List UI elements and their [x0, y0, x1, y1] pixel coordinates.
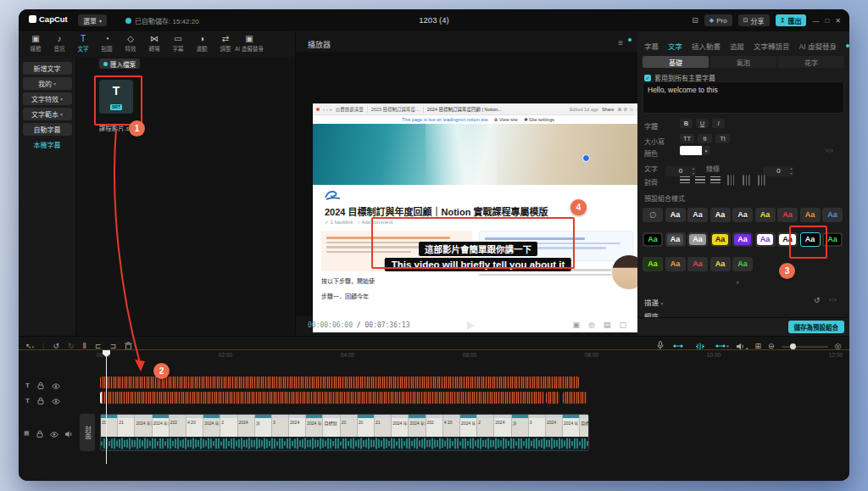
- subtitle-text-input[interactable]: Hello, welcome to this: [643, 81, 844, 114]
- toolbar-item-媒體[interactable]: ▣媒體: [24, 34, 47, 53]
- titlecase-button[interactable]: Tt: [715, 134, 730, 143]
- toolbar-item-調整[interactable]: ⇄調整: [214, 34, 237, 53]
- save-preset-button[interactable]: 儲存為預設組合: [788, 321, 845, 333]
- inspector-tab-追蹤[interactable]: 追蹤: [730, 41, 744, 51]
- line-spacing-stepper[interactable]: 0▴▾: [763, 166, 793, 176]
- layout-icon[interactable]: ⊟: [692, 16, 698, 25]
- preset-style-1[interactable]: ∅: [643, 208, 663, 222]
- preset-style-17[interactable]: Aa: [800, 232, 821, 247]
- eye-icon[interactable]: [52, 393, 60, 408]
- inspector-tab-插入動畫[interactable]: 插入動畫: [692, 41, 721, 51]
- mirror-preview-icon[interactable]: ◎: [588, 321, 595, 329]
- preset-style-5[interactable]: Aa: [732, 208, 753, 222]
- preset-style-7[interactable]: Aa: [777, 208, 798, 222]
- subtitle-clip-track1[interactable]: [100, 377, 579, 388]
- sidebar-item-文字特效[interactable]: 文字特效▾: [23, 92, 72, 105]
- toolbar-item-音訊[interactable]: ♪音訊: [47, 34, 71, 53]
- preset-style-21[interactable]: Aa: [687, 257, 708, 271]
- pro-badge[interactable]: ◆Pro: [704, 14, 732, 26]
- inspector-tab-文字[interactable]: 文字: [668, 41, 682, 51]
- inspector-tab-字幕[interactable]: 字幕: [644, 41, 659, 51]
- preset-style-3[interactable]: Aa: [687, 208, 708, 222]
- collapse-chevron-icon[interactable]: ∧: [736, 279, 739, 285]
- preset-style-18[interactable]: Aa: [822, 232, 843, 247]
- lock-icon[interactable]: [37, 377, 44, 393]
- eye-icon[interactable]: [52, 377, 60, 393]
- slider-knob[interactable]: [790, 343, 796, 349]
- text-spacing-stepper[interactable]: 0▴▾: [665, 166, 696, 176]
- preset-style-10[interactable]: Aa: [643, 232, 663, 247]
- keyframe-control[interactable]: ‹○›: [829, 297, 837, 303]
- speaker-icon[interactable]: [65, 426, 74, 441]
- play-button[interactable]: [467, 321, 475, 330]
- toolbar-item-文字[interactable]: T文字: [71, 34, 95, 53]
- subtab-花字[interactable]: 花字: [778, 56, 844, 68]
- toolbar-item-濾鏡[interactable]: ◑濾鏡: [190, 34, 214, 53]
- sidebar-item-本機字幕[interactable]: 本機字幕: [23, 138, 72, 151]
- player-viewport[interactable]: ‹ › + 公費旅遊清單 2023 目標制訂與年度... 2024 目標制訂與年…: [296, 52, 638, 316]
- eye-icon[interactable]: [50, 426, 58, 441]
- preset-style-23[interactable]: Aa: [732, 257, 753, 271]
- align-top-icon[interactable]: [727, 176, 735, 186]
- sidebar-item-我的[interactable]: 我的▾: [23, 77, 72, 90]
- share-button[interactable]: ⊡分享: [738, 14, 770, 26]
- menu-button[interactable]: 選單▾: [78, 14, 107, 26]
- ratio-icon[interactable]: ▤: [604, 321, 611, 329]
- keyframe-control[interactable]: ‹○›: [826, 148, 833, 153]
- preset-style-14[interactable]: Aa: [732, 232, 753, 247]
- stroke-section[interactable]: 描邊 ▾: [644, 297, 663, 307]
- checkbox-checked-icon[interactable]: ✓: [644, 75, 651, 81]
- lowercase-button[interactable]: tt: [698, 134, 712, 143]
- export-button[interactable]: ↥匯出: [776, 14, 807, 26]
- close-button[interactable]: ✕: [835, 17, 841, 25]
- cover-button[interactable]: 封面: [80, 414, 95, 451]
- preset-style-16[interactable]: Aa: [777, 232, 798, 247]
- color-picker[interactable]: ▾: [680, 146, 710, 155]
- toolbar-item-字幕[interactable]: ▭字幕: [166, 34, 190, 53]
- inspector-tab-AI 虛擬替身[interactable]: AI 虛擬替身: [799, 41, 837, 51]
- underline-button[interactable]: U: [696, 119, 709, 128]
- maximize-button[interactable]: □: [825, 17, 829, 25]
- preset-style-13[interactable]: Aa: [710, 232, 731, 247]
- preset-style-8[interactable]: Aa: [800, 208, 821, 222]
- subtab-氣泡[interactable]: 氣泡: [710, 56, 776, 68]
- subtitle-clip-segment[interactable]: [546, 392, 559, 404]
- toolbar-item-特效[interactable]: ◇特效: [119, 34, 142, 53]
- toolbar-item-轉場[interactable]: ⋈轉場: [142, 34, 166, 53]
- fullscreen-icon[interactable]: ▢: [619, 321, 626, 329]
- player-menu-icon[interactable]: ≡: [618, 38, 623, 47]
- bold-button[interactable]: B: [680, 119, 693, 128]
- preset-style-20[interactable]: Aa: [665, 257, 686, 271]
- inspector-tab-文字轉語音[interactable]: 文字轉語音: [754, 41, 790, 51]
- preset-style-19[interactable]: Aa: [643, 257, 663, 271]
- preset-style-6[interactable]: Aa: [755, 208, 776, 222]
- align-bottom-icon[interactable]: [758, 176, 765, 186]
- sidebar-item-新增文字[interactable]: 新增文字: [23, 62, 72, 75]
- main-video-clip[interactable]: 20212024 年目標2024 年目標制訂2024 202024 年目2202…: [100, 414, 589, 451]
- toolbar-item-貼圖[interactable]: ◔貼圖: [95, 34, 119, 53]
- lock-icon[interactable]: [36, 426, 43, 441]
- subtab-基礎[interactable]: 基礎: [643, 56, 709, 68]
- align-center-icon[interactable]: [695, 176, 705, 184]
- italic-button[interactable]: I: [712, 119, 725, 128]
- preset-style-12[interactable]: Aa: [687, 232, 708, 247]
- align-right-icon[interactable]: [710, 176, 721, 184]
- minimize-button[interactable]: —: [812, 17, 819, 25]
- lock-icon[interactable]: [37, 393, 44, 408]
- playhead-line[interactable]: [106, 350, 107, 464]
- toolbar-item-AI 虛擬替身[interactable]: ▣AI 虛擬替身: [237, 34, 261, 53]
- timeline-ruler[interactable]: 00:0002:0004:0006:0008:0010:0012:00: [19, 351, 849, 361]
- sidebar-item-文字範本[interactable]: 文字範本▾: [23, 108, 72, 120]
- preset-style-2[interactable]: Aa: [665, 208, 686, 222]
- uppercase-button[interactable]: TT: [680, 134, 694, 143]
- preset-style-22[interactable]: Aa: [710, 257, 731, 271]
- preset-style-9[interactable]: Aa: [822, 208, 843, 222]
- snapshot-icon[interactable]: ▣: [573, 321, 581, 329]
- preset-style-4[interactable]: Aa: [710, 208, 731, 222]
- preset-style-15[interactable]: Aa: [755, 232, 776, 247]
- srt-file-thumbnail[interactable]: T SRT: [99, 80, 133, 114]
- subtitle-clip-track2[interactable]: [100, 392, 544, 404]
- align-middle-icon[interactable]: [743, 176, 750, 186]
- align-left-icon[interactable]: [680, 176, 690, 184]
- reset-icon[interactable]: ↺: [814, 296, 821, 304]
